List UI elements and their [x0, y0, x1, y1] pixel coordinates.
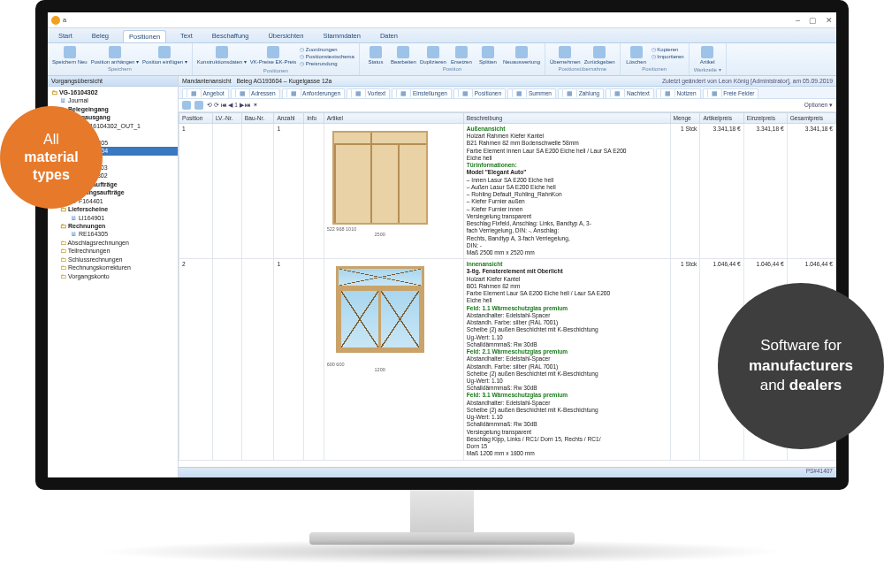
- ribbon-button-label: Zurückgeben: [584, 59, 615, 65]
- cell: [241, 259, 274, 460]
- menu-tab-beschaffung[interactable]: Beschaffung: [207, 30, 255, 42]
- doc-tab-anforderungen[interactable]: ▦ Anforderungen: [282, 88, 345, 98]
- ribbon-button[interactable]: Duplizieren: [420, 46, 446, 65]
- menu-tab-daten[interactable]: Daten: [375, 30, 403, 42]
- breadcrumb-bar: Mandantenansicht Beleg AG193604 – Kugelg…: [179, 76, 836, 87]
- tree-node[interactable]: 🗎 RE164305: [48, 230, 178, 238]
- doc-tab-freie felder[interactable]: ▦ Freie Felder: [703, 88, 759, 98]
- window-maximize-button[interactable]: ▢: [809, 16, 817, 25]
- ribbon-button[interactable]: Ersetzen: [450, 46, 473, 65]
- ribbon-button[interactable]: Status: [364, 46, 387, 65]
- tree-node[interactable]: 🗀 Teilrechnungen: [48, 247, 178, 255]
- ribbon-icon: [397, 46, 409, 58]
- folder-icon: 🗀: [60, 273, 68, 279]
- ribbon-button[interactable]: Konstruktionsdaten ▾: [197, 46, 247, 66]
- doc-tab-notizen[interactable]: ▦ Notizen: [656, 88, 701, 98]
- ribbon-list-item[interactable]: Zuordnungen: [300, 46, 354, 52]
- column-header[interactable]: Artikel: [324, 113, 463, 124]
- badge-right-line2: manufacturers: [749, 356, 853, 377]
- tool-icon[interactable]: [182, 101, 191, 110]
- tree-node-label: Abschlagsrechnungen: [68, 240, 129, 246]
- last-modified-label: Zuletzt geändert von Leon König [Adminis…: [662, 78, 833, 84]
- tree-node[interactable]: 🗀 Lieferscheine: [48, 205, 178, 213]
- cell-gesamtpreis: 3.341,18 €: [787, 124, 835, 259]
- doc-tab-angebot[interactable]: ▦ Angebot: [182, 88, 229, 98]
- doc-tab-nachtext[interactable]: ▦ Nachtext: [606, 88, 653, 98]
- monitor-shadow: [97, 539, 787, 564]
- table-row[interactable]: 11522 968 10102500AußenansichtHolzart Ra…: [179, 124, 836, 259]
- doc-tab-positionen[interactable]: ▦ Positionen: [453, 88, 506, 98]
- ribbon-icon: [482, 46, 494, 58]
- menu-tab-start[interactable]: Start: [53, 30, 78, 42]
- badge-right-line3: and dealers: [760, 376, 842, 396]
- ribbon-button[interactable]: Artikel: [696, 46, 719, 65]
- menu-tab-text[interactable]: Text: [175, 30, 198, 42]
- ribbon-icon: [559, 46, 571, 58]
- ribbon-button-label: Artikel: [700, 59, 715, 65]
- ribbon-list-item[interactable]: Importieren: [652, 53, 684, 59]
- tree-node[interactable]: 🗀 Schlussrechnungen: [48, 256, 178, 263]
- cell: 2: [179, 259, 213, 460]
- column-header[interactable]: Gesamtpreis: [787, 113, 835, 124]
- badge-software-for: Software for manufacturers and dealers: [718, 283, 884, 449]
- doc-tab-vortext[interactable]: ▦ Vortext: [347, 88, 390, 98]
- menu-tab-übersichten[interactable]: Übersichten: [263, 30, 309, 42]
- column-header[interactable]: Einzelpreis: [743, 113, 787, 124]
- menu-tab-positionen[interactable]: Positionen: [123, 30, 166, 42]
- ribbon-button[interactable]: Löschen: [625, 46, 648, 65]
- ribbon-button-label: Ersetzen: [451, 59, 472, 65]
- ribbon-list-item[interactable]: Kopieren: [652, 46, 684, 52]
- ribbon-button[interactable]: Neuauswertung: [503, 46, 540, 65]
- ribbon-button-label: Konstruktionsdaten ▾: [197, 59, 247, 65]
- window-minimize-button[interactable]: –: [796, 16, 800, 25]
- tree-node[interactable]: 🗎 Journal: [48, 96, 178, 104]
- column-header[interactable]: Info: [304, 113, 324, 124]
- menu-tab-beleg[interactable]: Beleg: [87, 30, 114, 42]
- cell-articel-preview: 600 6001200: [324, 259, 463, 460]
- column-header[interactable]: LV.-Nr.: [212, 113, 241, 124]
- door-preview: 522 968 10102500: [327, 126, 433, 230]
- tree-node[interactable]: 🗀 Vorgangskonto: [48, 272, 178, 280]
- doc-tab-summen[interactable]: ▦ Summen: [507, 88, 556, 98]
- ribbon-button[interactable]: Bearbeiten: [391, 46, 416, 65]
- ribbon-button[interactable]: Splitten: [476, 46, 499, 65]
- menu-tab-stammdaten[interactable]: Stammdaten: [317, 30, 366, 42]
- tree-node-label: RE164305: [79, 231, 108, 237]
- badge-left-line2: material: [24, 149, 78, 166]
- column-header[interactable]: Beschreibung: [463, 113, 670, 124]
- tree-node[interactable]: 🗀 Rechnungen: [48, 222, 178, 230]
- ribbon-button[interactable]: Übernehmen: [550, 46, 581, 65]
- ribbon-icon: [701, 46, 713, 58]
- column-header[interactable]: Menge: [670, 113, 700, 124]
- column-header[interactable]: Bau-Nr.: [241, 113, 274, 124]
- tree-node[interactable]: 🗎 LI164901: [48, 214, 178, 222]
- ribbon-button[interactable]: Zurückgeben: [584, 46, 615, 65]
- cell: [212, 124, 241, 259]
- ribbon-button-label: VK-Preise EK-Preis: [250, 59, 296, 65]
- folder-icon: 🗀: [60, 223, 68, 229]
- column-header[interactable]: Position: [179, 113, 213, 124]
- ribbon-button[interactable]: VK-Preise EK-Preis: [250, 46, 296, 66]
- column-header[interactable]: Anzahl: [274, 113, 304, 124]
- doc-tab-zahlung[interactable]: ▦ Zahlung: [558, 88, 604, 98]
- options-dropdown[interactable]: Optionen ▾: [804, 102, 833, 109]
- ribbon-icon: [593, 46, 606, 58]
- tool-icon[interactable]: [194, 101, 203, 110]
- cell: 1: [179, 124, 213, 259]
- record-navigator[interactable]: ⟲ ⟳ ⏮ ◀ 1 ▶ ⏭ ✶: [207, 102, 258, 109]
- doc-tab-adressen[interactable]: ▦ Adressen: [231, 88, 280, 98]
- tree-node[interactable]: 🗀 Abschlagsrechnungen: [48, 239, 178, 247]
- window-close-button[interactable]: ✕: [826, 16, 833, 25]
- column-header[interactable]: Artikelpreis: [700, 113, 743, 124]
- ribbon-list-item[interactable]: Preisrundung: [300, 60, 354, 66]
- doc-tab-einstellungen[interactable]: ▦ Einstellungen: [392, 88, 452, 98]
- ribbon-button[interactable]: Position anhängen ▾: [91, 46, 139, 65]
- status-bar: PS#41407: [179, 467, 836, 477]
- folder-icon: 🗀: [51, 89, 59, 95]
- tree-node[interactable]: 🗀 VG-16104302: [48, 88, 178, 96]
- tree-node[interactable]: 🗀 Rechnungskorrekturen: [48, 263, 178, 271]
- ribbon-list-item[interactable]: Positionstextschema: [300, 53, 354, 59]
- ribbon-button-label: Splitten: [479, 59, 497, 65]
- ribbon-button[interactable]: Position einfügen ▾: [142, 46, 187, 65]
- ribbon-button[interactable]: Speichern Neu: [52, 46, 88, 65]
